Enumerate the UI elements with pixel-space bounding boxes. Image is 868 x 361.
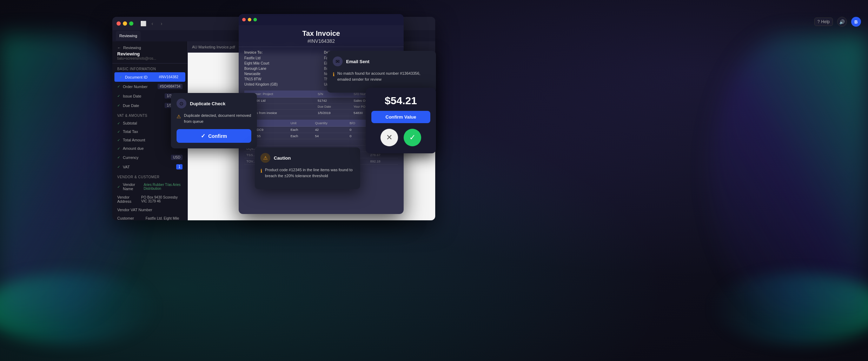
ti-traffic-light-yellow[interactable] xyxy=(248,18,251,21)
col-bo: B/O xyxy=(347,120,368,127)
sidebar-item-vendor-name[interactable]: ✓ Vendor Name Aries Rubber T/as Aries Di… xyxy=(112,180,187,193)
col-unit: Unit xyxy=(289,120,313,127)
user-avatar[interactable]: B xyxy=(851,17,861,27)
item-value: USD xyxy=(171,155,183,160)
nav-back-icon[interactable]: ‹ xyxy=(149,20,156,27)
sidebar-item-vendor-vat[interactable]: Vendor VAT Number xyxy=(112,206,187,214)
sidebar-back[interactable]: ← Reviewing xyxy=(117,46,183,50)
item-label: Issue Date xyxy=(123,94,141,98)
item-label: Due Date xyxy=(123,103,139,108)
duplicate-check-message: ⚠ Duplicate detected, document removed f… xyxy=(177,113,251,124)
customer-name-value: Fastfix Ltd. Eight Mile Court xyxy=(146,216,183,220)
reject-button[interactable]: ✕ xyxy=(380,129,398,146)
item-qty: 42 xyxy=(313,127,347,133)
due-date-val: 1/5/2019 xyxy=(316,110,351,116)
item-label: Subtotal xyxy=(123,121,137,125)
sidebar-item-customer-name[interactable]: Customer Name Fastfix Ltd. Eight Mile Co… xyxy=(112,214,187,220)
sidebar-subtitle: balu+screenshots@ros... xyxy=(117,56,183,60)
item-label: Total Amount xyxy=(123,138,145,142)
check-icon: ✓ xyxy=(117,85,120,88)
check-icon: ✓ xyxy=(117,94,120,98)
vendor-name-value: Aries Rubber T/as Aries Distribution xyxy=(144,183,183,190)
check-icon: ✓ xyxy=(117,147,120,151)
window-icon[interactable]: ⬜ xyxy=(140,20,147,27)
item-bo: 0 xyxy=(347,127,368,133)
nav-forward-icon[interactable]: › xyxy=(158,20,165,27)
traffic-light-green[interactable] xyxy=(129,21,133,26)
customer-sn: 51742 xyxy=(316,98,351,104)
item-label: Document ID xyxy=(125,75,147,79)
duplicate-check-header: ⊙ Duplicate Check xyxy=(177,99,251,108)
caution-icon-circle: ⚠ xyxy=(260,153,270,163)
sidebar-item-document-id[interactable]: ✓ Document ID #INV164382 xyxy=(114,72,185,82)
traffic-light-red[interactable] xyxy=(117,21,121,26)
item-bo: 0 xyxy=(347,133,368,139)
accept-button[interactable]: ✓ xyxy=(404,129,421,146)
due-date-label: Due Date xyxy=(316,104,351,110)
caution-icon-symbol: ⚠ xyxy=(263,155,268,161)
check-icon: ✓ xyxy=(117,165,120,169)
check-icon: ✓ xyxy=(117,155,120,159)
sidebar-header: ← Reviewing Reviewing balu+screenshots@r… xyxy=(112,41,187,63)
confirm-button[interactable]: ✓ Confirm xyxy=(177,129,251,143)
help-button[interactable]: ? Help xyxy=(814,18,833,26)
invoice-to-label: Invoice To: xyxy=(244,51,318,54)
info-icon: ℹ xyxy=(333,71,334,78)
item-label: Currency xyxy=(123,155,139,160)
caution-title: Caution xyxy=(274,155,291,161)
duplicate-message-text: Duplicate detected, document removed fro… xyxy=(184,113,251,124)
sidebar-item-order-number[interactable]: ✓ Order Number #SO4984734 xyxy=(112,82,187,91)
email-sent-title: Email Sent xyxy=(346,59,369,64)
item-label: Customer Name xyxy=(117,216,141,220)
tax-invoice-titlebar xyxy=(239,14,404,25)
confirm-value-button[interactable]: Confirm Value xyxy=(371,111,430,123)
item-value: #SO4984734 xyxy=(158,84,183,89)
duplicate-check-panel: ⊙ Duplicate Check ⚠ Duplicate detected, … xyxy=(171,93,257,148)
ti-traffic-light-green[interactable] xyxy=(253,18,257,21)
traffic-lights xyxy=(117,21,133,26)
item-label: Total Tax xyxy=(123,129,138,134)
sidebar-title: Reviewing xyxy=(117,51,183,56)
item-label: VAT xyxy=(123,165,130,169)
email-sent-header: ✉ Email Sent xyxy=(333,56,430,66)
caution-info-icon: ℹ xyxy=(260,167,262,175)
help-icon: ? xyxy=(817,19,820,24)
item-value: 1 xyxy=(176,164,183,169)
item-unit: Each xyxy=(289,127,313,133)
sidebar-item-currency[interactable]: ✓ Currency USD xyxy=(112,153,187,162)
warning-icon: ⚠ xyxy=(177,113,181,120)
confirm-value-panel: $54.21 Confirm Value ✕ ✓ xyxy=(366,88,436,153)
section-vendor-customer: Vendor & Customer xyxy=(112,172,187,180)
email-sent-panel: ✉ Email Sent ℹ No match found for accoun… xyxy=(327,51,436,93)
sidebar-item-vat[interactable]: ✓ VAT 1 xyxy=(112,162,187,172)
duplicate-check-title: Duplicate Check xyxy=(190,101,225,106)
section-basic-info: Basic Information xyxy=(112,63,187,72)
caution-message-text: Product code #12345 in the line items wa… xyxy=(265,167,355,179)
duplicate-check-icon: ⊙ xyxy=(177,99,186,108)
reject-icon: ✕ xyxy=(386,133,392,142)
back-arrow: ← xyxy=(117,46,121,50)
file-name: AU Marketing Invoice.pdf xyxy=(192,45,235,49)
active-tab[interactable]: Reviewing xyxy=(116,31,141,41)
invoice-to-address: Eight Mile CourtBorough LaneNewcastleTN1… xyxy=(244,61,318,87)
check-icon: ✓ xyxy=(117,130,120,134)
item-unit: Each xyxy=(289,133,313,139)
tax-invoice-title: Tax Invoice xyxy=(239,29,404,38)
invoice-to-company: Fastfix Ltd xyxy=(244,55,318,61)
back-label: Reviewing xyxy=(123,46,141,50)
check-icon: ✓ xyxy=(117,138,120,142)
confirm-value-actions: ✕ ✓ xyxy=(371,129,430,146)
avatar-label: B xyxy=(854,19,857,25)
browser-nav-icons: ⬜ ‹ › xyxy=(140,20,165,27)
tab-label: Reviewing xyxy=(119,34,137,38)
traffic-light-yellow[interactable] xyxy=(123,21,127,26)
item-label: Vendor VAT Number xyxy=(117,208,152,212)
email-sent-icon: ✉ xyxy=(333,56,343,66)
tax-invoice-id: #INV164382 xyxy=(239,38,404,44)
ti-traffic-light-red[interactable] xyxy=(242,18,246,21)
email-message-text: No match found for account number #13643… xyxy=(337,71,430,82)
caution-message: ℹ Product code #12345 in the line items … xyxy=(260,167,355,179)
sound-button[interactable]: 🔊 xyxy=(837,17,847,27)
check-icon: ✓ xyxy=(117,185,120,189)
sidebar-item-vendor-address[interactable]: Vendor Address PO Box 9430 Scoresby VIC … xyxy=(112,193,187,206)
